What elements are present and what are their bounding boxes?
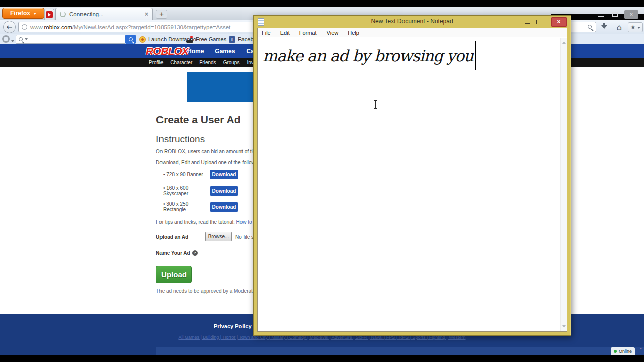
online-dot-icon: [614, 350, 617, 353]
chat-bar[interactable]: Online ˅: [156, 347, 644, 355]
online-status-chip[interactable]: Online: [611, 347, 635, 355]
notepad-minimize-button[interactable]: [523, 18, 532, 26]
online-label: Online: [619, 349, 632, 354]
search-icon: [129, 37, 133, 41]
text-caret: [475, 41, 476, 70]
bookmark-free-games[interactable]: Free Games: [186, 35, 226, 44]
scroll-down-icon[interactable]: [562, 325, 566, 329]
window-minimize-button[interactable]: [596, 11, 606, 18]
size-label: • 300 x 250 Rectangle: [163, 201, 210, 212]
tab-title: Connecting...: [69, 11, 141, 17]
toolbar-logo-icon[interactable]: [2, 35, 10, 43]
facebook-icon: f: [229, 36, 235, 43]
new-tab-button[interactable]: +: [156, 10, 167, 19]
window-maximize-button[interactable]: [610, 11, 620, 18]
menu-view[interactable]: View: [327, 30, 339, 36]
instructions-heading: Instructions: [156, 134, 205, 145]
search-icon: [588, 25, 592, 29]
browse-button[interactable]: Browse...: [205, 232, 232, 241]
secondary-search-button[interactable]: [125, 35, 136, 44]
notepad-window: New Text Document - Notepad × File Edit …: [253, 15, 571, 336]
download-button[interactable]: Download: [210, 170, 238, 179]
home-icon: ⌂: [617, 22, 622, 32]
subnav-groups[interactable]: Groups: [223, 60, 240, 65]
notepad-titlebar[interactable]: New Text Document - Notepad ×: [254, 16, 571, 28]
menu-file[interactable]: File: [262, 30, 271, 36]
notepad-text-line: make an ad by browsing you: [263, 39, 476, 73]
help-icon[interactable]: ?: [192, 250, 198, 256]
secondary-search-input[interactable]: [16, 35, 125, 44]
bookmark-label: Free Games: [196, 36, 226, 42]
tab-close-icon[interactable]: ×: [145, 11, 148, 17]
chevron-down-icon[interactable]: [11, 40, 14, 44]
bookmarks-button[interactable]: ★: [628, 22, 643, 32]
url-path: /My/NewUserAd.aspx?targetId=108559130&ta…: [72, 24, 231, 30]
roblox-logo[interactable]: ROBLOX: [146, 45, 188, 57]
notepad-client-area: File Edit Format View Help make an ad by…: [257, 28, 567, 332]
screen: Firefox Connecting... × + × ← www.roblox…: [0, 0, 644, 362]
nav-games[interactable]: Games: [215, 48, 235, 55]
downtango-icon: [139, 36, 146, 43]
firefox-menu-label: Firefox: [10, 10, 30, 17]
chevron-down-icon[interactable]: ˅: [640, 348, 642, 353]
search-icon: [19, 37, 23, 41]
star-icon: ★: [630, 24, 636, 31]
tips-text: For tips and tricks, read the tutorial:: [156, 219, 236, 225]
menu-format[interactable]: Format: [299, 30, 317, 36]
notepad-scrollbar[interactable]: [560, 38, 567, 331]
tips-line: For tips and tricks, read the tutorial: …: [156, 219, 269, 225]
notepad-text: make an ad by browsing you: [263, 39, 473, 73]
size-label: • 728 x 90 Banner: [163, 172, 210, 177]
scroll-up-icon[interactable]: [562, 40, 566, 44]
footer-links: Privacy Policy |: [214, 323, 255, 329]
firefox-menu-button[interactable]: Firefox: [2, 8, 44, 19]
youtube-icon: [46, 11, 53, 18]
menu-edit[interactable]: Edit: [280, 30, 290, 36]
nav-home[interactable]: Home: [187, 48, 204, 55]
joystick-icon: [186, 36, 193, 43]
notepad-close-button[interactable]: ×: [551, 17, 567, 27]
download-button[interactable]: Download: [210, 186, 238, 196]
subnav-profile[interactable]: Profile: [149, 60, 163, 65]
page-title: Create a User Ad: [156, 114, 240, 126]
home-button[interactable]: ⌂: [614, 22, 625, 32]
window-close-button[interactable]: ×: [624, 10, 638, 19]
chevron-down-icon: [637, 27, 640, 30]
size-label: • 160 x 600 Skyscraper: [163, 185, 210, 196]
pinned-tab-youtube[interactable]: [44, 9, 54, 20]
downloads-button[interactable]: [599, 22, 610, 32]
url-domain: roblox.com: [44, 24, 72, 30]
privacy-policy-link[interactable]: Privacy Policy: [214, 323, 252, 329]
instructions-paragraph-1: On ROBLOX, users can bid an amount of ti…: [156, 149, 264, 154]
letterbox-bottom: [0, 355, 644, 362]
tab-connecting[interactable]: Connecting... ×: [55, 8, 153, 20]
chevron-down-icon: [25, 38, 28, 42]
subnav-character[interactable]: Character: [170, 60, 192, 65]
subnav-friends[interactable]: Friends: [199, 60, 216, 65]
name-your-ad-label: Name Your Ad ?: [156, 250, 198, 256]
chevron-down-icon: [33, 13, 36, 16]
site-globe-icon: [22, 24, 27, 30]
url-www: www.: [30, 24, 44, 30]
download-arrow-icon: [601, 23, 607, 32]
loading-spinner-icon: [60, 11, 66, 17]
menu-help[interactable]: Help: [348, 30, 359, 36]
upload-an-ad-label: Upload an Ad: [156, 234, 188, 240]
download-button[interactable]: Download: [210, 202, 238, 212]
notepad-maximize-button[interactable]: [534, 18, 543, 26]
back-button[interactable]: ←: [3, 21, 16, 33]
instructions-paragraph-2: Download, Edit and Upload one of the fol…: [156, 160, 262, 165]
notepad-menubar: File Edit Format View Help: [258, 28, 567, 37]
ibeam-cursor: [373, 100, 378, 109]
notepad-text-area[interactable]: make an ad by browsing you: [258, 38, 567, 331]
upload-button[interactable]: Upload: [156, 266, 192, 283]
